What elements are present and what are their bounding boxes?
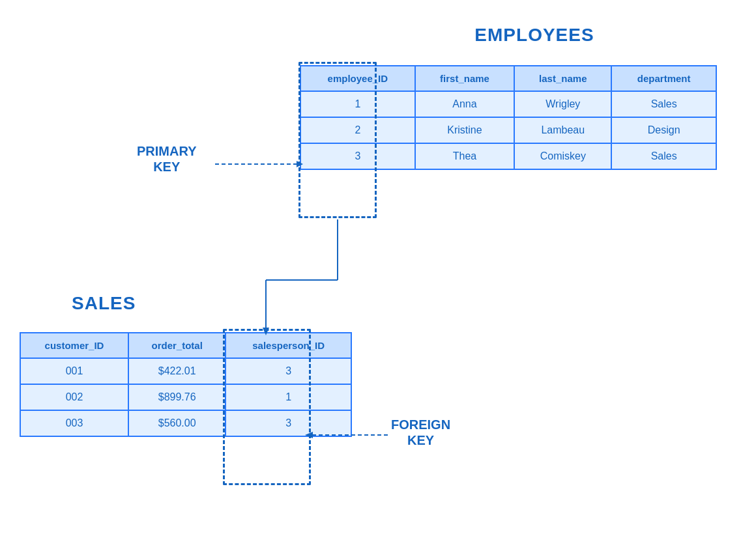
sales-table: customer_ID order_total salesperson_ID 0…: [20, 332, 352, 437]
sales-row-1: 001 $422.01 3: [20, 358, 351, 384]
sales-db-table: customer_ID order_total salesperson_ID 0…: [20, 332, 352, 437]
emp-row-3: 3 Thea Comiskey Sales: [300, 143, 716, 169]
sales-cell-salespersonid-1: 3: [225, 358, 351, 384]
sales-col-header-salesperson-id: salesperson_ID: [225, 333, 351, 358]
diagram-container: EMPLOYEES employee_ID first_name last_na…: [0, 0, 756, 547]
emp-cell-id-1: 1: [300, 91, 415, 117]
sales-cell-ordertotal-1: $422.01: [128, 358, 225, 384]
emp-cell-lastname-2: Lambeau: [514, 117, 611, 143]
emp-cell-firstname-1: Anna: [415, 91, 515, 117]
emp-cell-firstname-2: Kristine: [415, 117, 515, 143]
emp-col-header-department: department: [611, 66, 716, 91]
emp-cell-id-2: 2: [300, 117, 415, 143]
employees-table: employee_ID first_name last_name departm…: [300, 65, 717, 170]
sales-row-3: 003 $560.00 3: [20, 410, 351, 436]
emp-row-1: 1 Anna Wrigley Sales: [300, 91, 716, 117]
employees-title: EMPLOYEES: [404, 25, 665, 46]
emp-col-header-last-name: last_name: [514, 66, 611, 91]
emp-row-2: 2 Kristine Lambeau Design: [300, 117, 716, 143]
sales-cell-custid-3: 003: [20, 410, 128, 436]
sales-row-2: 002 $899.76 1: [20, 384, 351, 410]
emp-col-header-employee-id: employee_ID: [300, 66, 415, 91]
sales-cell-custid-1: 001: [20, 358, 128, 384]
sales-cell-salespersonid-2: 1: [225, 384, 351, 410]
emp-cell-dept-2: Design: [611, 117, 716, 143]
emp-cell-dept-1: Sales: [611, 91, 716, 117]
emp-col-header-first-name: first_name: [415, 66, 515, 91]
sales-col-header-order-total: order_total: [128, 333, 225, 358]
sales-cell-ordertotal-3: $560.00: [128, 410, 225, 436]
sales-cell-custid-2: 002: [20, 384, 128, 410]
sales-title: SALES: [72, 293, 136, 314]
emp-cell-id-3: 3: [300, 143, 415, 169]
primary-key-label: PRIMARYKEY: [137, 143, 196, 175]
sales-cell-salespersonid-3: 3: [225, 410, 351, 436]
sales-col-header-customer-id: customer_ID: [20, 333, 128, 358]
emp-cell-dept-3: Sales: [611, 143, 716, 169]
sales-cell-ordertotal-2: $899.76: [128, 384, 225, 410]
emp-cell-lastname-1: Wrigley: [514, 91, 611, 117]
emp-cell-lastname-3: Comiskey: [514, 143, 611, 169]
emp-cell-firstname-3: Thea: [415, 143, 515, 169]
foreign-key-label: FOREIGNKEY: [391, 417, 450, 448]
employees-db-table: employee_ID first_name last_name departm…: [300, 65, 717, 170]
